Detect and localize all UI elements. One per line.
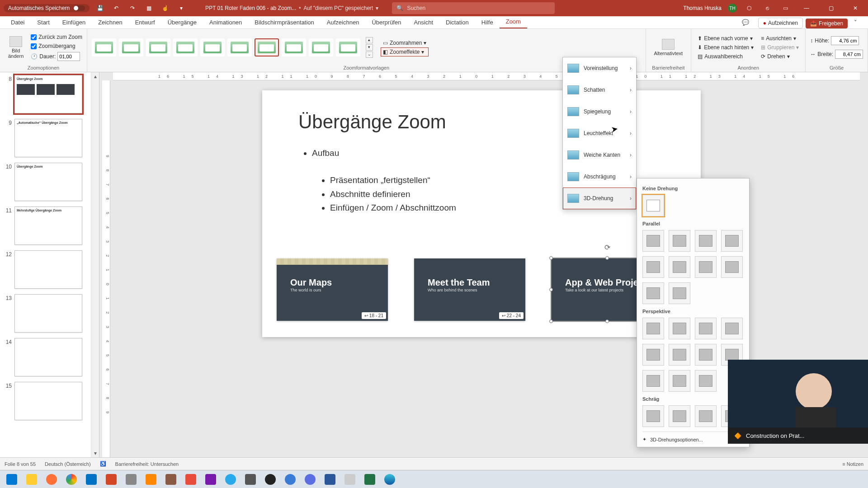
fx-soft-edges[interactable]: Weiche Kanten› <box>563 144 636 166</box>
width-field[interactable]: ↔ Breite: <box>810 50 863 59</box>
tab-transitions[interactable]: Übergänge <box>161 16 203 28</box>
zoom-card-1[interactable]: Our Maps The world is ours ↩ 18 - 21 <box>277 258 388 321</box>
group-button[interactable]: ⊞ Gruppieren ▾ <box>759 43 801 52</box>
save-icon[interactable]: 💾 <box>94 2 106 14</box>
thumb-15[interactable]: 15 <box>4 382 91 420</box>
thumb-10[interactable]: 10Übergänge Zoom <box>4 163 91 201</box>
thumb-14[interactable]: 14 <box>4 338 91 376</box>
rot-persp-10[interactable] <box>669 370 690 392</box>
window-icon[interactable]: ▭ <box>779 2 791 14</box>
search-input[interactable]: 🔍 Suchen <box>392 2 555 14</box>
fx-3d-rotation[interactable]: 3D-Drehung› <box>563 188 636 209</box>
rot-para-2[interactable] <box>669 230 690 252</box>
autosave-toggle[interactable]: Automatisches Speichern <box>4 4 90 12</box>
zoom-style-gallery[interactable]: ▴ ▾ ⌄ <box>92 37 373 58</box>
obs-icon[interactable] <box>261 472 279 487</box>
rot-obl-2[interactable] <box>669 405 690 427</box>
rot-para-5[interactable] <box>642 256 664 278</box>
thumb-8[interactable]: 8 Übergänge Zoom <box>4 75 91 113</box>
rot-obl-1[interactable] <box>642 405 664 427</box>
start-button[interactable] <box>3 472 21 487</box>
powerpoint-icon[interactable] <box>102 472 120 487</box>
send-backward[interactable]: ⬇ Ebene nach hinten ▾ <box>696 43 755 52</box>
rot-persp-5[interactable] <box>642 344 664 366</box>
chrome-icon[interactable] <box>62 472 80 487</box>
notification-toast[interactable]: 🔶 Construction on Prat... <box>728 427 868 444</box>
change-image-button[interactable]: Bild ändern <box>5 34 27 61</box>
tab-draw[interactable]: Zeichnen <box>92 16 128 28</box>
rot-para-8[interactable] <box>721 256 743 278</box>
duration-input[interactable] <box>57 52 80 61</box>
fx-preset[interactable]: Voreinstellung› <box>563 57 636 79</box>
style-1[interactable] <box>92 38 116 56</box>
gallery-more-icon[interactable]: ⌄ <box>366 52 373 58</box>
redo-icon[interactable]: ↷ <box>127 2 138 14</box>
tab-view[interactable]: Ansicht <box>407 16 439 28</box>
sel-handle[interactable] <box>605 319 609 323</box>
word-icon[interactable] <box>321 472 339 487</box>
style-10[interactable] <box>336 38 360 56</box>
rot-none-option[interactable] <box>642 195 664 216</box>
ribbon-mode-icon[interactable]: ⎋ <box>761 2 773 14</box>
selection-pane[interactable]: ▤ Auswahlbereich <box>696 52 755 61</box>
touch-icon[interactable]: ☝ <box>159 2 171 14</box>
style-5[interactable] <box>200 38 225 56</box>
tab-insert[interactable]: Einfügen <box>56 16 92 28</box>
rot-persp-1[interactable] <box>642 318 664 339</box>
share-button[interactable]: 📤Freigeben <box>806 19 848 28</box>
style-6[interactable] <box>227 38 252 56</box>
thumb-13[interactable]: 13 <box>4 294 91 333</box>
document-title[interactable]: PPT 01 Roter Faden 006 - ab Zoom... • Au… <box>205 5 378 11</box>
rot-para-10[interactable] <box>669 282 690 304</box>
tab-home[interactable]: Start <box>31 16 56 28</box>
return-zoom-check[interactable]: Zurück zum Zoom <box>31 34 82 40</box>
edge-icon[interactable] <box>381 472 399 487</box>
app-icon-7[interactable] <box>341 472 359 487</box>
app-icon-2[interactable] <box>162 472 180 487</box>
status-access[interactable]: Barrierefreiheit: Untersuchen <box>115 461 179 467</box>
thumb-9[interactable]: 9„Automatische“ Übergänge Zoom <box>4 119 91 157</box>
app-icon-5[interactable] <box>281 472 299 487</box>
rotate-button[interactable]: ⟳ Drehen ▾ <box>759 52 801 61</box>
style-4[interactable] <box>173 38 198 56</box>
firefox-icon[interactable] <box>42 472 61 487</box>
zoom-effects-button[interactable]: ◧ Zoomeffekte ▾ <box>381 48 428 56</box>
minimize-button[interactable]: — <box>797 0 816 16</box>
onenote-icon[interactable] <box>202 472 220 487</box>
ribbon-chevron-icon[interactable]: ˅ <box>848 16 863 28</box>
zoom-card-2[interactable]: Meet the Team Who are behind the scenes … <box>414 258 525 321</box>
thumbs-scrollbar[interactable]: ▴▾ <box>91 72 99 457</box>
fx-shadow[interactable]: Schatten› <box>563 79 636 101</box>
rotate-handle-icon[interactable]: ⟳ <box>604 243 610 252</box>
qat-more-icon[interactable]: ▾ <box>175 2 187 14</box>
outlook-icon[interactable] <box>82 472 100 487</box>
rot-para-3[interactable] <box>695 230 717 252</box>
rot-persp-6[interactable] <box>669 344 690 366</box>
present-icon[interactable]: ▦ <box>143 2 155 14</box>
rot-persp-7[interactable] <box>695 344 717 366</box>
close-button[interactable]: ✕ <box>846 0 864 16</box>
rot-persp-2[interactable] <box>669 318 690 339</box>
rot-persp-3[interactable] <box>695 318 717 339</box>
app-icon-4[interactable] <box>241 472 259 487</box>
maximize-button[interactable]: ▢ <box>822 0 840 16</box>
thumb-12[interactable]: 12 <box>4 250 91 289</box>
app-icon-6[interactable] <box>301 472 319 487</box>
undo-icon[interactable]: ↶ <box>110 2 122 14</box>
fx-reflection[interactable]: Spiegelung› <box>563 101 636 122</box>
align-button[interactable]: ≡ Ausrichten ▾ <box>759 34 801 42</box>
slide-editor[interactable]: 16 15 14 13 12 11 10 9 8 7 6 5 4 3 2 1 0… <box>99 72 868 457</box>
rot-para-6[interactable] <box>669 256 690 278</box>
status-slide[interactable]: Folie 8 von 55 <box>5 461 36 467</box>
style-2[interactable] <box>119 38 143 56</box>
rot-obl-3[interactable] <box>695 405 717 427</box>
tab-zoom[interactable]: Zoom <box>500 15 527 28</box>
vlc-icon[interactable] <box>142 472 160 487</box>
record-button[interactable]: ●Aufzeichnen <box>758 18 803 28</box>
status-lang[interactable]: Deutsch (Österreich) <box>45 461 90 467</box>
zoom-border-button[interactable]: ▭ Zoomrahmen ▾ <box>381 39 428 47</box>
zoom-transition-check[interactable]: Zoomübergang <box>31 43 82 49</box>
height-field[interactable]: ↕ Höhe: <box>810 36 863 45</box>
rot-para-1[interactable] <box>642 230 664 252</box>
sel-handle[interactable] <box>549 256 553 260</box>
